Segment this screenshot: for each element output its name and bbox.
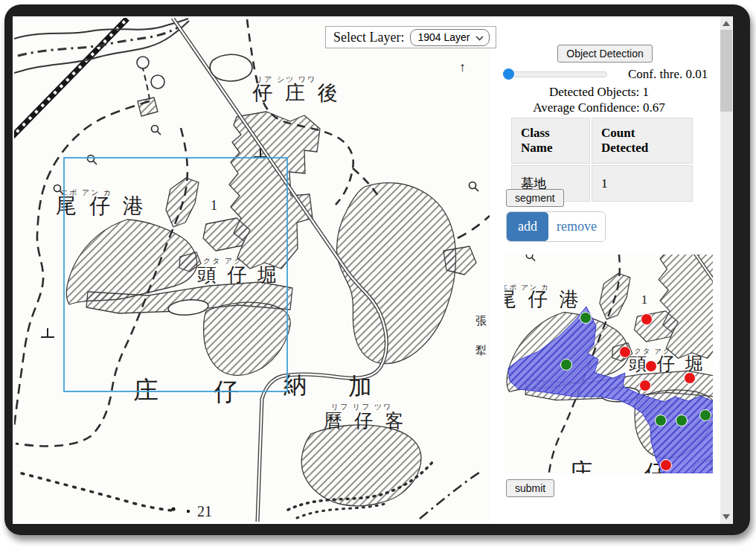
add-point: [561, 359, 572, 371]
app-window: リア シツ ワワ 仔 庄 後 エポ アン カ 尾 仔 港 クタ アク 頭 仔 堀…: [4, 4, 750, 535]
table-header-class-name: Class Name: [511, 118, 590, 164]
add-point: [656, 415, 667, 426]
detected-objects-text: Detected Objects: 1: [490, 85, 708, 100]
scrollbar-thumb[interactable]: [720, 30, 732, 112]
table-cell-count: 1: [592, 165, 693, 202]
remove-point: [661, 460, 672, 471]
scroll-down-icon[interactable]: [723, 514, 730, 519]
chevron-down-icon: [475, 31, 484, 43]
remove-point: [646, 361, 657, 372]
remove-point: [640, 380, 651, 391]
table-header-count: Count Detected: [592, 118, 693, 164]
add-point: [580, 313, 592, 324]
segment-button[interactable]: segment: [506, 189, 564, 207]
control-panel: Object Detection Conf. thre. 0.01 Detect…: [490, 16, 720, 524]
scroll-up-icon[interactable]: [723, 21, 730, 26]
slider-thumb[interactable]: [503, 68, 514, 80]
layer-select-label: Select Layer:: [333, 30, 404, 45]
scrollbar[interactable]: [720, 16, 732, 524]
remove-mode-button[interactable]: remove: [548, 212, 605, 241]
object-detection-button[interactable]: Object Detection: [557, 45, 653, 63]
remove-point: [641, 314, 653, 325]
add-point: [676, 415, 688, 426]
confidence-slider[interactable]: [503, 68, 607, 81]
remove-point: [685, 373, 696, 384]
segmentation-preview[interactable]: [504, 255, 713, 473]
confidence-threshold-label: Conf. thre. 0.01: [628, 67, 708, 82]
layer-select-value: 1904 Layer: [417, 31, 470, 43]
remove-point: [620, 347, 631, 358]
average-confidence-text: Average Confidence: 0.67: [490, 100, 708, 115]
add-remove-toggle: add remove: [506, 211, 606, 242]
slider-track[interactable]: [503, 71, 607, 77]
add-point: [700, 410, 711, 421]
add-mode-button[interactable]: add: [507, 212, 548, 241]
submit-button[interactable]: submit: [506, 479, 554, 497]
layer-select-box: Select Layer: 1904 Layer: [325, 26, 496, 48]
table-header-row: Class Name Count Detected: [511, 118, 693, 164]
page-content: リア シツ ワワ 仔 庄 後 エポ アン カ 尾 仔 港 クタ アク 頭 仔 堀…: [13, 16, 733, 524]
layer-select[interactable]: 1904 Layer: [410, 29, 489, 46]
main-map[interactable]: リア シツ ワワ 仔 庄 後 エポ アン カ 尾 仔 港 クタ アク 頭 仔 堀…: [14, 18, 490, 522]
